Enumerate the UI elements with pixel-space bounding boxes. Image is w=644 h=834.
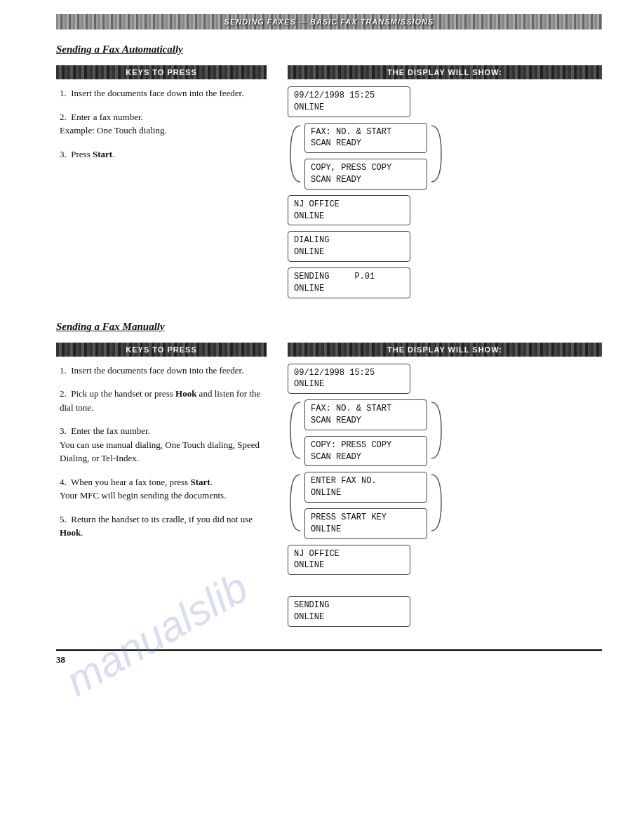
section-auto: Sending a Fax Automatically KEYS TO PRES… [56, 44, 602, 298]
manual-steps: 1. Insert the documents face down into t… [56, 364, 267, 540]
auto-steps: 1. Insert the documents face down into t… [56, 86, 267, 161]
auto-keys-col: KEYS TO PRESS 1. Insert the documents fa… [56, 65, 267, 298]
manual-step-4-text: When you hear a fax tone, press Start.Yo… [60, 477, 226, 501]
manual-gap [288, 581, 602, 590]
manual-displays: 09/12/1998 15:25 ONLINE FAX: NO. & START… [288, 364, 602, 627]
manual-bracketed-2-boxes: ENTER FAX NO. ONLINE PRESS START KEY ONL… [304, 472, 427, 538]
manual-display-0: 09/12/1998 15:25 ONLINE [288, 364, 410, 395]
manual-display-1: FAX: NO. & START SCAN READY [304, 399, 427, 430]
manual-display-1-line1: FAX: NO. & START [311, 403, 421, 415]
manual-step-1: 1. Insert the documents face down into t… [60, 364, 267, 378]
manual-step-2-num: 2. [60, 388, 67, 399]
auto-display-5-line2: ONLINE [294, 283, 404, 295]
manual-bracketed-2: ENTER FAX NO. ONLINE PRESS START KEY ONL… [288, 472, 602, 538]
auto-display-0: 09/12/1998 15:25 ONLINE [288, 86, 410, 117]
manual-step-1-num: 1. [60, 365, 67, 376]
manual-two-col: KEYS TO PRESS 1. Insert the documents fa… [56, 343, 602, 627]
auto-step-2-num: 2. [60, 112, 67, 122]
manual-display-header: THE DISPLAY WILL SHOW: [288, 343, 602, 357]
auto-display-2-line1: COPY, PRESS COPY [311, 162, 421, 174]
manual-step-3-text: Enter the fax number.You can use manual … [60, 425, 260, 463]
auto-bracketed-1: FAX: NO. & START SCAN READY COPY, PRESS … [288, 123, 602, 190]
page-number: 38 [56, 654, 65, 665]
header-text: SENDING FAXES — BASIC FAX TRANSMISSIONS [224, 18, 434, 26]
auto-displays: 09/12/1998 15:25 ONLINE FAX: NO. & START… [288, 86, 602, 298]
page-wrapper: SENDING FAXES — BASIC FAX TRANSMISSIONS … [0, 0, 644, 834]
manual-bracketed-1-boxes: FAX: NO. & START SCAN READY COPY: PRESS … [304, 399, 427, 466]
manual-brace-2-svg [288, 472, 303, 534]
header-banner: SENDING FAXES — BASIC FAX TRANSMISSIONS [56, 14, 602, 29]
auto-display-1-line1: FAX: NO. & START [311, 126, 421, 138]
manual-keys-col: KEYS TO PRESS 1. Insert the documents fa… [56, 343, 267, 627]
manual-display-4-line2: ONLINE [311, 524, 421, 536]
auto-step-3: 3. Press Start. [60, 147, 267, 161]
manual-display-6-line2: ONLINE [294, 611, 404, 623]
section-manual: Sending a Fax Manually KEYS TO PRESS 1. … [56, 321, 602, 627]
manual-step-5-text: Return the handset to its cradle, if you… [60, 514, 253, 538]
auto-display-5: SENDING P.01 ONLINE [288, 267, 410, 298]
auto-display-1-line2: SCAN READY [311, 138, 421, 150]
manual-step-2: 2. Pick up the handset or press Hook and… [60, 387, 267, 414]
auto-display-0-line1: 09/12/1998 15:25 [294, 90, 404, 102]
manual-display-5: NJ OFFICE ONLINE [288, 545, 410, 576]
manual-display-6-line1: SENDING [294, 600, 404, 611]
manual-display-0-line1: 09/12/1998 15:25 [294, 367, 404, 379]
manual-bracketed-1: FAX: NO. & START SCAN READY COPY: PRESS … [288, 399, 602, 466]
auto-two-col: KEYS TO PRESS 1. Insert the documents fa… [56, 65, 602, 298]
manual-display-1-line2: SCAN READY [311, 415, 421, 427]
manual-display-3-line2: ONLINE [311, 487, 421, 499]
auto-display-3-line2: ONLINE [294, 211, 404, 223]
auto-step-1: 1. Insert the documents face down into t… [60, 86, 267, 100]
manual-display-6: SENDING ONLINE [288, 596, 410, 627]
manual-step-5: 5. Return the handset to its cradle, if … [60, 512, 267, 540]
manual-display-3-line1: ENTER FAX NO. [311, 475, 421, 487]
manual-display-5-line2: ONLINE [294, 560, 404, 571]
auto-display-2: COPY, PRESS COPY SCAN READY [304, 159, 427, 190]
auto-step-3-num: 3. [60, 149, 67, 159]
auto-display-4: DIALING ONLINE [288, 231, 410, 262]
manual-step-3: 3. Enter the fax number.You can use manu… [60, 424, 267, 465]
auto-display-header: THE DISPLAY WILL SHOW: [288, 65, 602, 79]
auto-keys-header: KEYS TO PRESS [56, 65, 267, 79]
auto-brace-1-svg-right [429, 123, 444, 185]
auto-bracketed-1-boxes: FAX: NO. & START SCAN READY COPY, PRESS … [304, 123, 427, 190]
auto-section-title: Sending a Fax Automatically [56, 44, 602, 55]
manual-display-3: ENTER FAX NO. ONLINE [304, 472, 427, 503]
auto-display-4-line2: ONLINE [294, 246, 404, 258]
manual-brace-2-svg-right [429, 472, 444, 534]
auto-display-0-line2: ONLINE [294, 102, 404, 114]
auto-display-5-line1: SENDING P.01 [294, 271, 404, 283]
auto-display-4-line1: DIALING [294, 234, 404, 246]
manual-keys-header: KEYS TO PRESS [56, 343, 267, 357]
manual-display-2-line1: COPY: PRESS COPY [311, 439, 421, 451]
manual-step-1-text: Insert the documents face down into the … [71, 365, 243, 376]
auto-display-3-line1: NJ OFFICE [294, 199, 404, 211]
manual-display-2-line2: SCAN READY [311, 451, 421, 463]
manual-display-4-line1: PRESS START KEY [311, 512, 421, 524]
auto-display-1: FAX: NO. & START SCAN READY [304, 123, 427, 154]
auto-display-3: NJ OFFICE ONLINE [288, 195, 410, 226]
auto-step-2: 2. Enter a fax number.Example: One Touch… [60, 110, 267, 138]
manual-step-3-num: 3. [60, 425, 67, 436]
manual-brace-1-svg-right [429, 399, 444, 461]
auto-display-col: THE DISPLAY WILL SHOW: 09/12/1998 15:25 … [288, 65, 602, 298]
auto-step-3-text: Press Start. [71, 149, 114, 159]
manual-brace-1-svg [288, 399, 303, 461]
manual-display-5-line1: NJ OFFICE [294, 548, 404, 560]
auto-step-1-num: 1. [60, 88, 67, 98]
auto-step-2-text: Enter a fax number.Example: One Touch di… [60, 112, 167, 136]
manual-section-title: Sending a Fax Manually [56, 321, 602, 333]
footer: 38 [56, 649, 602, 666]
manual-step-4-num: 4. [60, 477, 67, 487]
manual-display-4: PRESS START KEY ONLINE [304, 508, 427, 539]
auto-brace-1-svg [288, 123, 303, 185]
manual-display-col: THE DISPLAY WILL SHOW: 09/12/1998 15:25 … [288, 343, 602, 627]
auto-display-2-line2: SCAN READY [311, 174, 421, 186]
manual-step-4: 4. When you hear a fax tone, press Start… [60, 475, 267, 503]
auto-step-1-text: Insert the documents face down into the … [71, 88, 243, 98]
manual-display-0-line2: ONLINE [294, 378, 404, 390]
manual-display-2: COPY: PRESS COPY SCAN READY [304, 436, 427, 467]
manual-step-2-text: Pick up the handset or press Hook and li… [60, 388, 260, 413]
manual-step-5-num: 5. [60, 514, 67, 524]
